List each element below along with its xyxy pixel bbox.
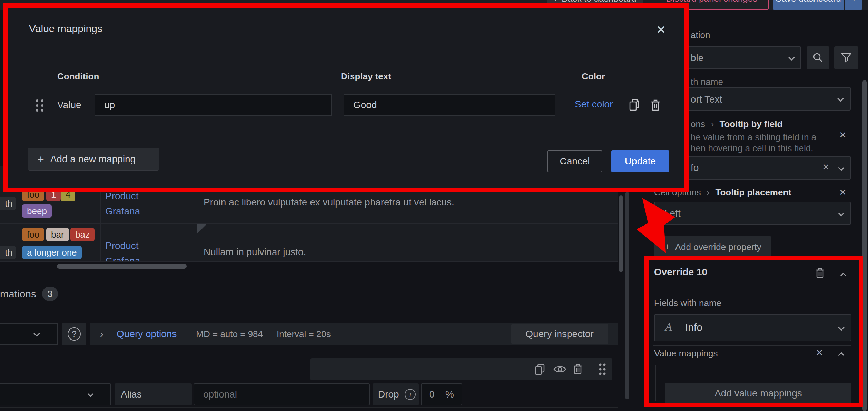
query-inspector-button[interactable]: Query inspector xyxy=(511,324,608,344)
drag-handle-icon[interactable] xyxy=(36,99,45,112)
color-column-header: Color xyxy=(582,71,605,82)
tag-1: 1 xyxy=(46,188,61,201)
save-dashboard-caret-button[interactable] xyxy=(845,0,862,10)
update-button[interactable]: Update xyxy=(611,150,669,172)
delete-mapping-icon[interactable] xyxy=(650,99,661,111)
interval-text: Interval = 20s xyxy=(277,329,331,340)
chevron-down-icon xyxy=(838,210,844,216)
tooltip-placement-value: Left xyxy=(664,208,681,219)
field-type-icon: A xyxy=(665,321,672,333)
cell-corner-marker xyxy=(197,224,206,233)
datasource-picker[interactable] xyxy=(0,323,58,345)
row-divider xyxy=(0,223,618,224)
collapse-override-icon[interactable] xyxy=(840,273,846,279)
tag-foo: foo xyxy=(22,188,44,201)
tag-bar: bar xyxy=(46,228,69,241)
add-new-mapping-button[interactable]: + Add a new mapping xyxy=(28,148,159,171)
help-button[interactable]: ? xyxy=(62,323,86,345)
mapping-type-label: Value xyxy=(57,99,81,111)
grafana-link[interactable]: Grafana xyxy=(105,206,140,217)
percent-label: % xyxy=(445,389,454,400)
condition-column-header: Condition xyxy=(57,71,99,82)
product-link[interactable]: Product xyxy=(105,240,139,251)
drop-percent-input[interactable]: 0 % xyxy=(421,383,462,405)
duplicate-icon[interactable] xyxy=(534,363,546,375)
copy-mapping-icon[interactable] xyxy=(628,98,640,112)
delete-override-icon[interactable] xyxy=(815,267,825,279)
table-cell-cut: th xyxy=(0,197,16,210)
property-description-line: he value from a sibling field in a xyxy=(691,132,816,143)
transformations-tab-fragment[interactable]: mations xyxy=(0,288,36,300)
discard-label: Discard panel changes xyxy=(666,0,758,4)
chevron-down-icon xyxy=(851,0,857,1)
table-description-cell: Nullam in pulvinar justo. xyxy=(204,247,306,258)
query-actions-bar xyxy=(310,358,612,380)
table-description-cell: Proin ac libero vulputate ex vulputate p… xyxy=(204,197,454,208)
alias-input[interactable] xyxy=(194,383,370,405)
alias-label: Alias xyxy=(115,383,192,405)
tag-foo: foo xyxy=(22,228,44,241)
query-type-picker[interactable] xyxy=(0,383,111,405)
back-to-dashboard-label: Back to dashboard xyxy=(562,0,637,4)
tag-baz: baz xyxy=(70,228,95,241)
fields-value-fragment: ort Text xyxy=(691,94,722,105)
cancel-button[interactable]: Cancel xyxy=(547,150,602,172)
collapse-property-icon[interactable] xyxy=(838,352,844,358)
property-description-line: hen hovering a cell in this field. xyxy=(691,143,813,154)
drop-value: 0 xyxy=(429,389,435,400)
close-icon[interactable]: ✕ xyxy=(656,23,666,37)
table-vertical-scrollbar[interactable] xyxy=(619,195,623,272)
fields-name-label-fragment: th name xyxy=(691,77,723,87)
clear-icon[interactable]: ✕ xyxy=(822,163,829,171)
viz-value-fragment: ble xyxy=(691,52,703,64)
tooltip-field-value-fragment: fo xyxy=(691,162,699,173)
display-text-input[interactable] xyxy=(344,94,555,116)
tooltip-placement-select[interactable]: Left xyxy=(654,202,851,225)
transformations-count-badge: 3 xyxy=(42,287,58,301)
eye-icon[interactable] xyxy=(553,364,566,374)
override-prop-breadcrumb: ons › Tooltip by field xyxy=(691,119,782,130)
query-options-label[interactable]: Query options xyxy=(117,328,177,340)
save-dashboard-button[interactable]: Save dashboard xyxy=(773,0,844,10)
override-field-select[interactable]: A Info xyxy=(654,314,851,341)
fields-with-name-label: Fields with name xyxy=(654,298,721,308)
override-field-value: Info xyxy=(685,322,702,333)
plus-icon: + xyxy=(38,153,44,166)
add-value-mappings-button[interactable]: Add value mappings xyxy=(665,383,851,404)
search-options-button[interactable] xyxy=(807,46,829,69)
set-color-link[interactable]: Set color xyxy=(575,99,613,110)
drop-label: Drop i xyxy=(373,383,419,405)
tag-4: 4 xyxy=(61,188,75,201)
chevron-down-icon xyxy=(788,54,795,60)
remove-property-icon[interactable]: ✕ xyxy=(816,348,823,357)
horizontal-scrollbar[interactable] xyxy=(57,264,187,269)
table-cell-cut: th xyxy=(0,246,16,259)
back-chevron-icon: ‹ xyxy=(554,0,557,4)
filter-options-button[interactable] xyxy=(834,46,858,69)
info-icon[interactable]: i xyxy=(405,389,416,400)
pane-vertical-scrollbar[interactable] xyxy=(625,192,629,399)
display-text-column-header: Display text xyxy=(341,71,391,82)
grafana-link-clipped[interactable]: Grafana xyxy=(105,256,140,261)
override-title: Override 10 xyxy=(654,267,707,278)
save-label: Save dashboard xyxy=(776,0,841,4)
filter-icon xyxy=(841,52,852,63)
add-override-property-button[interactable]: + Add override property xyxy=(654,236,771,258)
max-datapoints-text: MD = auto = 984 xyxy=(196,329,263,340)
viz-label-fragment: ation xyxy=(691,30,710,40)
product-link[interactable]: Product xyxy=(105,191,139,202)
remove-property-icon[interactable]: ✕ xyxy=(839,131,847,140)
indent-guide xyxy=(655,365,656,401)
override-divider xyxy=(653,345,851,346)
remove-property-icon[interactable]: ✕ xyxy=(839,188,847,197)
sidebar-scrollbar[interactable] xyxy=(862,80,867,411)
drag-handle-icon[interactable] xyxy=(598,363,607,376)
condition-value-input[interactable] xyxy=(95,94,332,116)
chevron-down-icon xyxy=(87,391,93,397)
chevron-down-icon xyxy=(837,95,844,102)
chevron-down-icon xyxy=(838,324,844,331)
trash-icon[interactable] xyxy=(573,363,583,375)
plus-icon: + xyxy=(664,241,670,253)
section-divider xyxy=(0,312,624,312)
expand-chevron-icon: › xyxy=(100,328,103,340)
